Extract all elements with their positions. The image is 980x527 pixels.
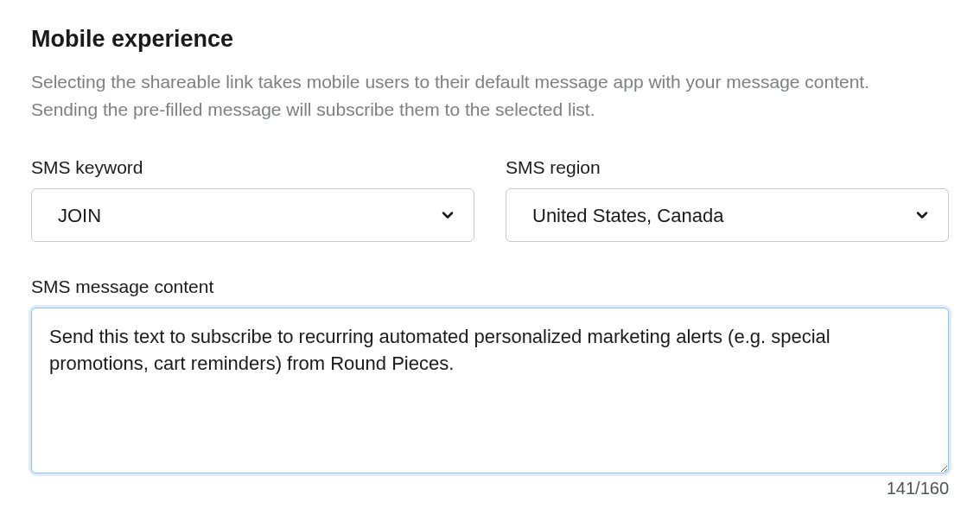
section-description: Selecting the shareable link takes mobil… (31, 68, 913, 123)
sms-region-select-wrapper: United States, Canada (506, 188, 949, 242)
sms-region-group: SMS region United States, Canada (506, 157, 949, 242)
sms-keyword-group: SMS keyword JOIN (31, 157, 474, 242)
char-counter: 141/160 (887, 479, 949, 498)
sms-region-label: SMS region (506, 157, 949, 178)
sms-region-select[interactable]: United States, Canada (506, 188, 949, 242)
sms-keyword-select-wrapper: JOIN (31, 188, 474, 242)
sms-message-content-group: SMS message content 141/160 (31, 276, 949, 498)
section-title: Mobile experience (31, 26, 949, 53)
form-row: SMS keyword JOIN SMS region United State… (31, 157, 949, 242)
sms-message-content-textarea[interactable] (31, 308, 949, 473)
sms-keyword-select[interactable]: JOIN (31, 188, 474, 242)
sms-message-content-label: SMS message content (31, 276, 949, 297)
sms-keyword-label: SMS keyword (31, 157, 474, 178)
